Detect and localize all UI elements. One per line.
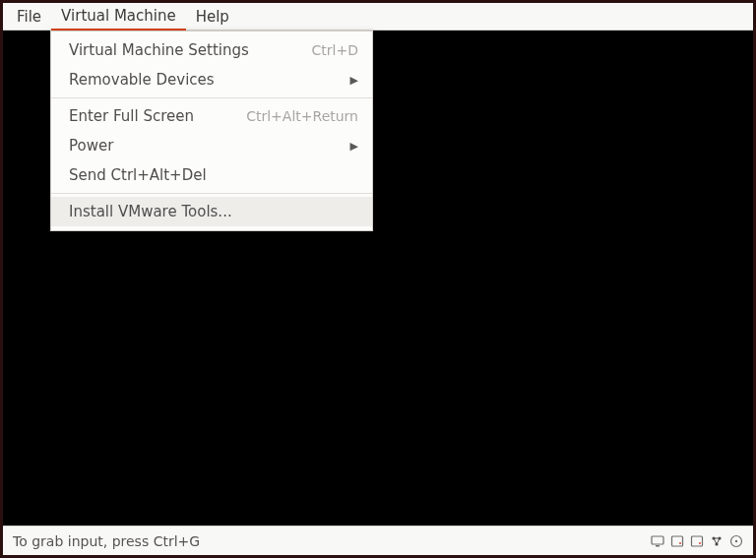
statusbar: To grab input, press Ctrl+G [3, 526, 753, 555]
menu-item-shortcut: Ctrl+Alt+Return [246, 108, 358, 124]
status-hint: To grab input, press Ctrl+G [13, 533, 200, 549]
menu-item-label: Install VMware Tools... [69, 203, 232, 220]
virtual-machine-dropdown: Virtual Machine Settings Ctrl+D Removabl… [50, 31, 373, 231]
menu-item-label: Power [69, 137, 113, 155]
menu-separator [51, 97, 372, 98]
svg-point-10 [735, 539, 737, 541]
submenu-arrow-icon: ▶ [350, 74, 358, 87]
menu-virtual-machine[interactable]: Virtual Machine [51, 3, 186, 31]
svg-point-5 [699, 542, 701, 544]
menu-file[interactable]: File [7, 4, 51, 30]
vm-window: File Virtual Machine Help Virtual Machin… [3, 3, 753, 555]
menu-item-label: Removable Devices [69, 71, 215, 89]
menu-help[interactable]: Help [186, 4, 239, 30]
menu-item-install-vmware-tools[interactable]: Install VMware Tools... [51, 197, 372, 226]
menu-item-power[interactable]: Power ▶ [51, 131, 372, 160]
cd-icon[interactable] [729, 534, 743, 548]
menu-item-full-screen[interactable]: Enter Full Screen Ctrl+Alt+Return [51, 101, 372, 131]
menu-item-shortcut: Ctrl+D [312, 42, 358, 58]
svg-rect-0 [652, 536, 663, 544]
status-icons [651, 534, 743, 548]
menu-item-label: Send Ctrl+Alt+Del [69, 166, 207, 184]
menu-item-send-cad[interactable]: Send Ctrl+Alt+Del [51, 160, 372, 190]
svg-point-3 [679, 542, 681, 544]
network-icon[interactable] [710, 534, 724, 548]
menu-item-label: Enter Full Screen [69, 107, 194, 125]
menu-separator [51, 193, 372, 194]
svg-rect-4 [692, 536, 703, 546]
svg-rect-2 [672, 536, 683, 546]
disk-icon[interactable] [670, 534, 684, 548]
menu-item-removable-devices[interactable]: Removable Devices ▶ [51, 65, 372, 94]
disk-icon[interactable] [690, 534, 704, 548]
menu-item-vm-settings[interactable]: Virtual Machine Settings Ctrl+D [51, 35, 372, 65]
submenu-arrow-icon: ▶ [350, 140, 358, 153]
vm-display-area[interactable]: Virtual Machine Settings Ctrl+D Removabl… [3, 31, 753, 526]
svg-rect-1 [656, 545, 660, 547]
monitor-icon[interactable] [651, 534, 664, 548]
menubar: File Virtual Machine Help [3, 3, 753, 31]
menu-item-label: Virtual Machine Settings [69, 41, 249, 59]
